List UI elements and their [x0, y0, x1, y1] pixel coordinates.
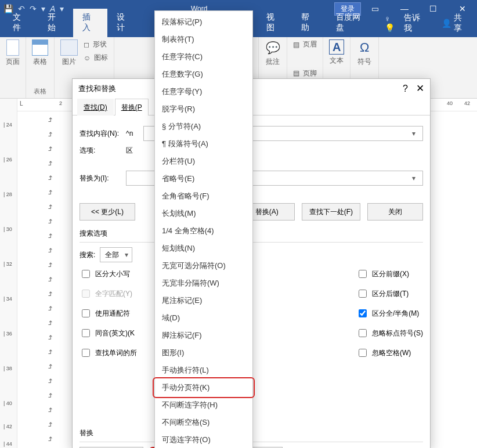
menu-item[interactable]: § 分节符(A) — [155, 118, 252, 135]
options-value: 区 — [126, 146, 133, 156]
btn-pictures[interactable]: 图片 — [60, 39, 78, 67]
vertical-ruler: | 24 | 26 | 28 | 30 | 32 | 34 | 36 | 38 … — [0, 99, 17, 448]
paragraph-mark — [48, 276, 53, 284]
paragraph-mark — [48, 377, 53, 385]
search-scope-select[interactable]: 全部 — [100, 247, 132, 262]
menu-item[interactable]: 段落标记(P) — [155, 13, 252, 31]
paragraph-mark — [48, 247, 53, 255]
menu-item[interactable]: 省略号(E) — [155, 170, 252, 187]
btn-footer[interactable]: ▤页脚 — [293, 68, 317, 78]
menu-item[interactable]: 1/4 全角空格(4) — [155, 222, 252, 240]
chk-match-case[interactable]: 区分大小写 — [80, 268, 137, 280]
tab-design[interactable]: 设计 — [107, 9, 142, 37]
menu-item[interactable]: 脱字号(R) — [155, 100, 252, 118]
tab-baidu[interactable]: 百度网盘 — [327, 9, 378, 37]
menu-item[interactable]: 可选连字符(O) — [155, 431, 252, 448]
btn-textbox[interactable]: A文本 — [329, 39, 344, 66]
paragraph-mark — [48, 435, 53, 443]
tell-me[interactable]: 💡告诉我 — [378, 13, 435, 37]
chk-prefix[interactable]: 区分前缀(X) — [356, 268, 423, 280]
tab-insert[interactable]: 插入 — [73, 9, 108, 37]
menu-item[interactable]: 分栏符(U) — [155, 153, 252, 170]
menu-item[interactable]: 任意数字(G) — [155, 66, 252, 83]
paragraph-mark — [48, 348, 53, 356]
paragraph-mark — [48, 261, 53, 269]
lbl-replace-with: 替换为(I): — [80, 174, 126, 183]
tab-replace[interactable]: 替换(P — [115, 99, 149, 115]
page-icon — [6, 39, 19, 56]
btn-less[interactable]: << 更少(L) — [80, 203, 135, 221]
chk-ignore-space[interactable]: 忽略空格(W) — [356, 347, 423, 359]
chk-whole-word[interactable]: 全字匹配(Y) — [80, 288, 137, 299]
menu-item[interactable]: 手动换行符(L) — [155, 362, 252, 379]
lbl-options: 选项: — [80, 146, 126, 156]
lbl-search-scope: 搜索: — [80, 250, 95, 260]
picture-icon — [60, 39, 78, 56]
paragraph-mark — [48, 232, 53, 240]
menu-item[interactable]: ¶ 段落符号(A) — [155, 135, 252, 153]
btn-find-next[interactable]: 查找下一处(F) — [302, 203, 360, 221]
paragraph-mark — [48, 363, 53, 371]
find-what-value: ^n — [126, 129, 143, 138]
special-format-menu: 段落标记(P)制表符(T)任意字符(C)任意数字(G)任意字母(Y)脱字号(R)… — [154, 10, 253, 448]
paragraph-mark — [48, 305, 53, 313]
btn-table[interactable]: 表格 — [32, 39, 48, 67]
btn-pages[interactable]: 页面 — [6, 39, 20, 67]
btn-icons[interactable]: ☺图标 — [84, 53, 108, 63]
chk-fullwidth[interactable]: 区分全/半角(M) — [356, 308, 423, 319]
btn-header[interactable]: ▤页眉 — [293, 39, 317, 49]
btn-comment[interactable]: 💬批注 — [265, 39, 281, 67]
tab-find[interactable]: 查找(D) — [77, 99, 114, 115]
group-tables: 表格 表格 — [26, 37, 55, 98]
paragraph-mark — [48, 131, 53, 139]
chk-sounds-like[interactable]: 同音(英文)(K — [80, 327, 137, 339]
tab-view[interactable]: 视图 — [257, 9, 292, 37]
paragraph-mark — [48, 421, 53, 429]
paragraph-mark — [48, 116, 53, 124]
chk-ignore-punct[interactable]: 忽略标点符号(S) — [356, 327, 423, 339]
comment-icon: 💬 — [265, 39, 281, 56]
tab-home[interactable]: 开始 — [38, 9, 73, 37]
menu-item[interactable]: 手动分页符(K) — [155, 379, 252, 396]
dialog-close-icon[interactable]: ✕ — [416, 82, 424, 95]
dialog-help-icon[interactable]: ? — [403, 84, 408, 94]
menu-item[interactable]: 任意字母(Y) — [155, 83, 252, 100]
chk-word-forms[interactable]: 查找单词的所 — [80, 347, 137, 359]
menu-item[interactable]: 图形(I) — [155, 344, 252, 362]
btn-symbol[interactable]: Ω符号 — [356, 39, 373, 67]
footer-icon: ▤ — [293, 69, 299, 77]
chevron-down-icon[interactable]: ▾ — [409, 129, 419, 138]
menu-item[interactable]: 短划线(N) — [155, 240, 252, 257]
chk-wildcards[interactable]: 使用通配符 — [80, 308, 137, 319]
lbl-find-what: 查找内容(N): — [80, 129, 126, 139]
btn-shapes[interactable]: ◻形状 — [84, 39, 108, 49]
chevron-down-icon[interactable]: ▾ — [409, 174, 419, 182]
menu-item[interactable]: 任意字符(C) — [155, 48, 252, 66]
menu-item[interactable]: 不间断连字符(H) — [155, 396, 252, 414]
paragraph-mark — [48, 160, 53, 168]
icons-icon: ☺ — [84, 54, 91, 62]
paragraph-mark — [48, 145, 53, 153]
menu-item[interactable]: 制表符(T) — [155, 31, 252, 48]
menu-item[interactable]: 脚注标记(F) — [155, 327, 252, 344]
paragraph-mark — [48, 218, 53, 226]
paragraph-mark — [48, 319, 53, 327]
textbox-icon: A — [329, 39, 344, 55]
table-icon — [32, 39, 48, 56]
menu-item[interactable]: 不间断空格(S) — [155, 414, 252, 431]
btn-close[interactable]: 关闭 — [367, 203, 423, 221]
menu-item[interactable]: 无宽可选分隔符(O) — [155, 257, 252, 274]
menu-item[interactable]: 无宽非分隔符(W) — [155, 274, 252, 292]
menu-item[interactable]: 全角省略号(F) — [155, 187, 252, 205]
symbol-icon: Ω — [356, 39, 373, 56]
share-icon: 👤 — [442, 19, 451, 28]
chk-suffix[interactable]: 区分后缀(T) — [356, 288, 423, 299]
tab-help[interactable]: 帮助 — [292, 9, 327, 37]
menu-item[interactable]: 长划线(M) — [155, 205, 252, 222]
tab-file[interactable]: 文件 — [3, 9, 38, 37]
menu-item[interactable]: 域(D) — [155, 309, 252, 327]
menu-item[interactable]: 尾注标记(E) — [155, 292, 252, 309]
paragraph-mark — [48, 406, 53, 414]
paragraph-mark — [48, 174, 53, 182]
share-button[interactable]: 👤共享 — [435, 13, 477, 37]
